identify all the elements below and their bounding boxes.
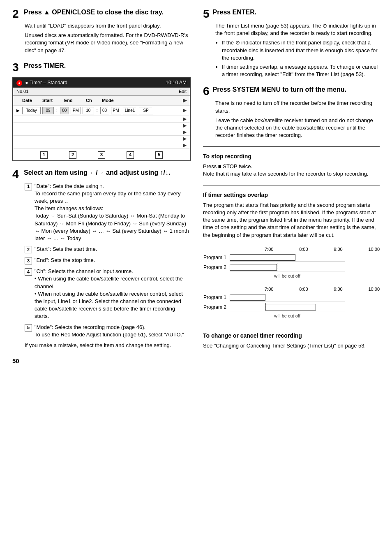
step-5-title: Press ENTER. bbox=[213, 8, 257, 17]
timer-ui-no: No.01 bbox=[16, 88, 28, 95]
right-column: 5 Press ENTER. The Timer List menu (page… bbox=[203, 8, 380, 365]
step-6-p1: There is no need to turn off the recorde… bbox=[215, 100, 380, 114]
step-2-header: 2 Press ▲ OPEN/CLOSE to close the disc t… bbox=[12, 8, 191, 20]
page-number: 50 bbox=[12, 357, 191, 365]
step-2-body-p2: Unused discs are automatically formatted… bbox=[25, 32, 191, 54]
item-4-content: "Ch": Selects the channel or input sourc… bbox=[35, 268, 191, 320]
chart-2-label-700: 7:00 bbox=[265, 286, 273, 292]
row-indicator: ▶ bbox=[16, 108, 21, 114]
chart-1-prog2-row: Program 2 bbox=[203, 263, 380, 271]
step-5-bullet-2: If timer settings overlap, a message app… bbox=[222, 63, 380, 78]
chart-2-label-1000: 10:00 bbox=[368, 286, 380, 292]
item-1-sub1: To record the same program every day or … bbox=[35, 190, 181, 204]
timer-badge-5: 5 bbox=[155, 151, 163, 159]
timer-ui-empty-row-5: ▶ bbox=[13, 142, 190, 149]
chart-2-prog1-bar-area bbox=[230, 293, 345, 301]
step-4-number: 4 bbox=[12, 169, 21, 180]
stop-recording-body1: Press ■ STOP twice. bbox=[203, 163, 380, 170]
empty-arrow-4: ▶ bbox=[183, 135, 187, 142]
item-2-main: "Start": Sets the start time. bbox=[35, 246, 97, 252]
empty-arrow-5: ▶ bbox=[183, 142, 187, 149]
charts: 7:00 8:00 9:00 10:00 Program 1 Program 2 bbox=[203, 246, 380, 320]
chart-1-label-1000: 10:00 bbox=[368, 246, 380, 253]
divider-2 bbox=[203, 185, 380, 185]
step-5-number: 5 bbox=[203, 8, 210, 20]
chart-2-label-900: 9:00 bbox=[334, 286, 342, 292]
chart-1-label-700: 7:00 bbox=[265, 246, 273, 253]
chart-1-axis-labels: 7:00 8:00 9:00 10:00 bbox=[265, 246, 380, 253]
timer-sep2: : bbox=[96, 108, 99, 114]
step-4-title: Select an item using ←/→ and adjust usin… bbox=[24, 169, 171, 177]
item-badge-4: 4 bbox=[25, 268, 32, 276]
step-5-p1: The Timer List menu (page 53) appears. T… bbox=[215, 22, 380, 37]
step-4-footer: If you make a mistake, select the item a… bbox=[25, 342, 191, 349]
timer-ui-edit: Edit bbox=[179, 88, 187, 95]
timer-ui-empty-row-3: ▶ bbox=[13, 129, 190, 136]
item-2-content: "Start": Sets the start time. bbox=[35, 246, 97, 253]
step-5-bullet-1: If the ⊙ indicator flashes in the front … bbox=[222, 39, 380, 62]
chart-1: 7:00 8:00 9:00 10:00 Program 1 Program 2 bbox=[203, 246, 380, 280]
item-badge-1: 1 bbox=[25, 183, 32, 190]
to-change-cancel: To change or cancel timer recording See … bbox=[203, 332, 380, 350]
step-2-body-p1: Wait until "LOAD" disappears from the fr… bbox=[25, 22, 191, 30]
item-1-sub3: Today ↔ Sun-Sat (Sunday to Saturday) ↔ M… bbox=[35, 213, 189, 241]
timer-cell-ch: Line1 bbox=[123, 107, 137, 114]
chart-2-prog1-bar bbox=[230, 294, 265, 301]
step-4-item-5: 5 "Mode": Selects the recording mode (pa… bbox=[25, 324, 191, 338]
chart-1-dashed bbox=[277, 263, 277, 271]
timer-ui: ● ● Timer – Standard 10:10 AM No.01 Edit… bbox=[12, 77, 191, 161]
chart-2: 7:00 8:00 9:00 10:00 Program 1 Program 2 bbox=[203, 286, 380, 320]
chart-2-dashed bbox=[265, 303, 266, 311]
step-4-body: 1 "Date": Sets the date using ↑. To reco… bbox=[25, 183, 191, 349]
chart-2-prog2-row: Program 2 bbox=[203, 303, 380, 311]
item-badge-3: 3 bbox=[25, 257, 32, 264]
step-6-body: There is no need to turn off the recorde… bbox=[215, 100, 380, 139]
step-4-items: 1 "Date": Sets the date using ↑. To reco… bbox=[25, 183, 191, 338]
step-2-body: Wait until "LOAD" disappears from the fr… bbox=[25, 22, 191, 54]
timer-ui-data-row: ▶ Today 09 : 00 PM 10 : 00 PM Line1 SP ▶ bbox=[13, 106, 190, 116]
step-4-item-1: 1 "Date": Sets the date using ↑. To reco… bbox=[25, 183, 191, 243]
timer-cell-start-h: 09 bbox=[42, 107, 54, 114]
chart-2-prog2-bar-area bbox=[230, 303, 345, 311]
step-4: 4 Select an item using ←/→ and adjust us… bbox=[12, 169, 191, 349]
timer-cell-end-h: 10 bbox=[83, 107, 94, 114]
step-5-body: The Timer List menu (page 53) appears. T… bbox=[215, 22, 380, 78]
step-2: 2 Press ▲ OPEN/CLOSE to close the disc t… bbox=[12, 8, 191, 54]
step-6-number: 6 bbox=[203, 86, 210, 97]
chart-2-prog2-bar bbox=[265, 304, 316, 310]
col-header-date: Date bbox=[22, 97, 41, 104]
step-5-bullets: If the ⊙ indicator flashes in the front … bbox=[222, 39, 380, 78]
item-badge-2: 2 bbox=[25, 246, 32, 253]
step-4-item-3: 3 "End": Sets the stop time. bbox=[25, 257, 191, 264]
step-6-header: 6 Press SYSTEM MENU to turn off the menu… bbox=[203, 86, 380, 97]
step-4-item-2: 2 "Start": Sets the start time. bbox=[25, 246, 191, 253]
timer-ui-badge-row: 1 2 3 4 5 bbox=[13, 149, 190, 160]
empty-arrow-3: ▶ bbox=[183, 129, 187, 136]
step-6: 6 Press SYSTEM MENU to turn off the menu… bbox=[203, 86, 380, 139]
chart-1-prog2-label: Program 2 bbox=[203, 264, 230, 271]
timer-ui-empty-row-4: ▶ bbox=[13, 136, 190, 142]
change-cancel-title: To change or cancel timer recording bbox=[203, 332, 380, 340]
step-2-number: 2 bbox=[12, 8, 21, 20]
chart-1-label-800: 8:00 bbox=[299, 246, 308, 253]
timer-ui-header-left: ● ● Timer – Standard bbox=[16, 79, 67, 86]
chart-1-prog1-bar-area bbox=[230, 253, 345, 262]
row-arrow: ▶ bbox=[183, 107, 187, 114]
step-3-title: Press TIMER. bbox=[24, 62, 66, 70]
overlap-title: If timer settings overlap bbox=[203, 191, 380, 199]
left-column: 2 Press ▲ OPEN/CLOSE to close the disc t… bbox=[12, 8, 191, 365]
timer-header-text: ● Timer – Standard bbox=[25, 80, 67, 86]
empty-arrow-2: ▶ bbox=[183, 122, 187, 129]
overlap-body: The program that starts first has priori… bbox=[203, 202, 380, 239]
chart-1-prog2-bar bbox=[230, 264, 277, 271]
stop-recording-body2: Note that it may take a few seconds for … bbox=[203, 170, 380, 178]
chart-2-cut-label: will be cut off bbox=[230, 313, 345, 319]
item-5-main: "Mode": Selects the recording mode (page… bbox=[35, 324, 145, 330]
item-4-sub2: • When not using the cable box/satellite… bbox=[35, 291, 183, 320]
item-badge-5: 5 bbox=[25, 324, 32, 331]
timer-ui-col-headers: Date Start End Ch Mode ▶ bbox=[13, 96, 190, 106]
empty-arrow-1: ▶ bbox=[183, 116, 187, 123]
chart-1-label-900: 9:00 bbox=[334, 246, 342, 253]
step-6-p2: Leave the cable box/satellite receiver t… bbox=[215, 117, 380, 139]
timer-sep1: : bbox=[55, 108, 58, 114]
